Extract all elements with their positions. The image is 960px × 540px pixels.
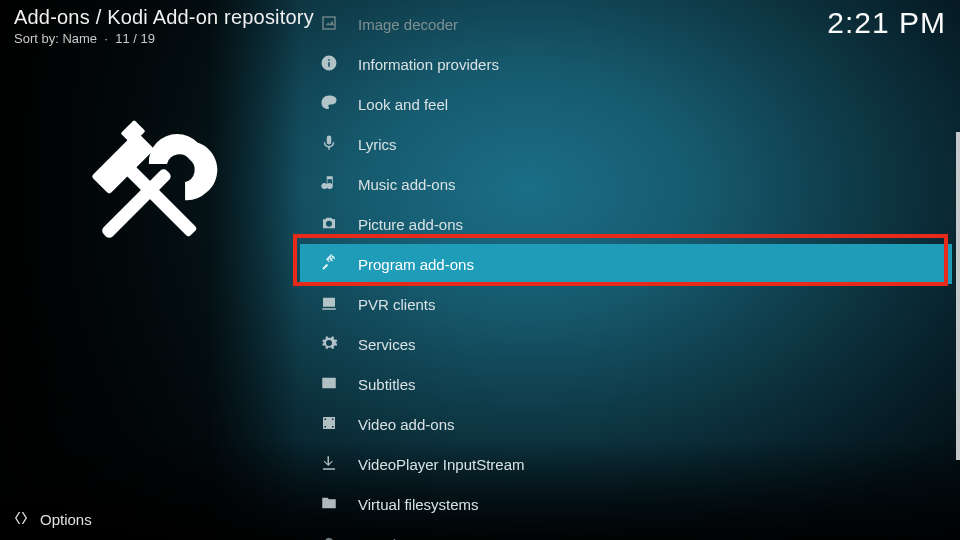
list-item-subtitles[interactable]: Subtitles <box>300 364 952 404</box>
list-item-label: Picture add-ons <box>358 216 463 233</box>
list-item-label: Virtual filesystems <box>358 496 479 513</box>
cloud-icon <box>318 534 340 541</box>
options-icon <box>12 509 30 530</box>
film-icon <box>318 414 340 435</box>
list-item-label: Weather <box>358 536 414 541</box>
download-icon <box>318 454 340 475</box>
list-item-videoplayer-inputstream[interactable]: VideoPlayer InputStream <box>300 444 952 484</box>
scrollbar[interactable] <box>956 132 960 460</box>
folder-icon <box>318 494 340 515</box>
tv-icon <box>318 294 340 315</box>
category-list: Image decoderInformation providersLook a… <box>300 0 952 540</box>
list-item-pvr-clients[interactable]: PVR clients <box>300 284 952 324</box>
options-label: Options <box>40 511 92 528</box>
options-button[interactable]: Options <box>12 509 92 530</box>
music-icon <box>318 174 340 195</box>
breadcrumb: Add-ons / Kodi Add-on repository <box>14 6 314 29</box>
list-item-label: Information providers <box>358 56 499 73</box>
list-item-video-add-ons[interactable]: Video add-ons <box>300 404 952 444</box>
list-item-weather[interactable]: Weather <box>300 524 952 540</box>
list-item-picture-add-ons[interactable]: Picture add-ons <box>300 204 952 244</box>
list-item-information-providers[interactable]: Information providers <box>300 44 952 84</box>
list-item-services[interactable]: Services <box>300 324 952 364</box>
list-item-virtual-filesystems[interactable]: Virtual filesystems <box>300 484 952 524</box>
clock: 2:21 PM <box>827 6 946 46</box>
list-item-music-add-ons[interactable]: Music add-ons <box>300 164 952 204</box>
list-item-label: VideoPlayer InputStream <box>358 456 525 473</box>
header: Add-ons / Kodi Add-on repository Sort by… <box>14 6 946 46</box>
mic-icon <box>318 134 340 155</box>
gear-icon <box>318 334 340 355</box>
camera-icon <box>318 214 340 235</box>
list-item-label: Lyrics <box>358 136 397 153</box>
list-item-label: Look and feel <box>358 96 448 113</box>
list-item-label: Music add-ons <box>358 176 456 193</box>
list-item-label: Services <box>358 336 416 353</box>
list-item-label: Program add-ons <box>358 256 474 273</box>
list-item-label: Subtitles <box>358 376 416 393</box>
list-item-look-and-feel[interactable]: Look and feel <box>300 84 952 124</box>
list-item-label: Video add-ons <box>358 416 454 433</box>
category-large-icon <box>70 110 230 270</box>
list-item-label: PVR clients <box>358 296 436 313</box>
list-item-program-add-ons[interactable]: Program add-ons <box>300 244 952 284</box>
subtitles-icon <box>318 374 340 395</box>
tools-icon <box>318 254 340 275</box>
info-icon <box>318 54 340 75</box>
sort-line: Sort by: Name · 11 / 19 <box>14 31 314 46</box>
palette-icon <box>318 94 340 115</box>
list-item-lyrics[interactable]: Lyrics <box>300 124 952 164</box>
